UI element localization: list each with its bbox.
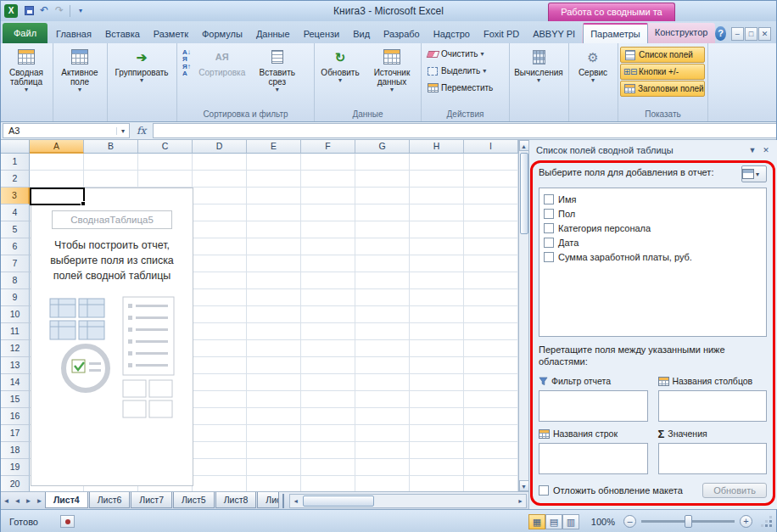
column-header-D[interactable]: D [193,140,247,154]
cell-D16[interactable] [193,408,247,425]
cell-D15[interactable] [193,391,247,408]
cell-H5[interactable] [410,221,464,238]
tab-Вставка[interactable]: Вставка [98,25,147,43]
row-header-4[interactable]: 4 [1,204,30,221]
refresh-button[interactable]: ↻ Обновить ▾ [316,46,364,86]
qat-customize-icon[interactable]: ▾ [73,3,88,19]
select-button[interactable]: Выделить ▾ [423,63,506,79]
cell-H11[interactable] [410,323,464,340]
cell-G4[interactable] [355,204,410,221]
column-header-F[interactable]: F [301,140,355,154]
row-header-20[interactable]: 20 [1,476,30,491]
save-icon[interactable] [21,3,36,19]
cell-F17[interactable] [301,425,355,442]
sheet-tab-Лист8[interactable]: Лист8 [215,492,257,508]
cell-E5[interactable] [247,221,301,238]
column-header-G[interactable]: G [355,140,410,154]
view-page-break-icon[interactable]: ▥ [562,514,579,529]
column-header-I[interactable]: I [464,140,518,154]
cell-F19[interactable] [301,459,355,476]
pivot-table-button[interactable]: Сводная таблица ▾ [3,46,50,95]
sheet-tab-Лист6[interactable]: Лист6 [89,492,131,508]
row-header-7[interactable]: 7 [1,255,30,272]
report-filter-dropzone[interactable] [539,390,648,422]
macro-record-icon[interactable] [60,515,75,528]
tab-Рецензи[interactable]: Рецензи [297,25,347,43]
cell-F15[interactable] [301,391,355,408]
defer-layout-checkbox[interactable] [539,485,549,496]
vertical-scroll-thumb[interactable] [520,153,528,234]
row-header-9[interactable]: 9 [1,289,30,306]
row-header-15[interactable]: 15 [1,391,30,408]
sort-descending-button[interactable]: Я↑А [179,64,194,77]
move-button[interactable]: Переместить [423,80,506,96]
values-dropzone[interactable] [658,443,768,474]
tab-parameters[interactable]: Параметры [583,23,648,43]
cell-I3[interactable] [464,188,518,204]
column-header-E[interactable]: E [247,140,301,154]
column-header-H[interactable]: H [410,140,464,154]
cell-I14[interactable] [464,374,518,391]
cell-H7[interactable] [410,255,464,272]
tools-button[interactable]: ⚙ Сервис ▾ [571,46,615,86]
sort-button[interactable]: АЯ Сортировка [196,46,249,79]
row-header-14[interactable]: 14 [1,374,30,391]
view-normal-icon[interactable]: ▦ [528,514,545,529]
horizontal-scrollbar[interactable]: ◄ ► [289,494,527,508]
cell-H8[interactable] [410,272,464,289]
row-header-3[interactable]: 3 [1,188,30,204]
cell-G14[interactable] [355,374,410,391]
resize-grip-icon[interactable] [761,514,774,529]
cell-D20[interactable] [193,476,247,491]
cell-G2[interactable] [355,171,410,188]
prev-sheet-icon[interactable]: ◄ [12,497,23,505]
field-item[interactable]: Пол [542,206,763,221]
sheet-tab-Лист4[interactable]: Лист4 [45,492,88,508]
plus-minus-toggle[interactable]: ⊞⊟ Кнопки +/- [620,64,705,80]
selected-cell-outline[interactable] [30,188,85,205]
cell-G12[interactable] [355,340,410,357]
cell-H6[interactable] [410,238,464,255]
cell-D18[interactable] [193,442,247,459]
scroll-up-icon[interactable]: ▲ [519,140,529,151]
cell-E19[interactable] [247,459,301,476]
field-checkbox[interactable] [544,194,554,204]
cell-F7[interactable] [301,255,355,272]
cell-H20[interactable] [410,476,464,491]
field-item[interactable]: Дата [542,235,763,249]
cell-E13[interactable] [247,357,301,374]
cell-A1[interactable] [30,154,84,171]
cell-G17[interactable] [355,425,410,442]
cell-D3[interactable] [193,188,247,204]
excel-logo-icon[interactable]: X [4,4,18,18]
cell-G15[interactable] [355,391,410,408]
cell-F18[interactable] [301,442,355,459]
cell-F6[interactable] [301,238,355,255]
cell-A2[interactable] [30,171,84,188]
cell-G10[interactable] [355,306,410,323]
calculations-button[interactable]: Вычисления ▾ [511,46,566,86]
cell-I2[interactable] [464,171,518,188]
cell-E20[interactable] [247,476,301,491]
column-header-B[interactable]: B [84,140,138,154]
cell-I7[interactable] [464,255,518,272]
view-page-layout-icon[interactable]: ▤ [545,514,562,529]
field-headers-toggle[interactable]: Заголовки полей [620,81,705,97]
scroll-down-icon[interactable]: ▼ [519,480,529,491]
cell-I16[interactable] [464,408,518,425]
cell-F10[interactable] [301,306,355,323]
cell-E1[interactable] [247,154,301,171]
cell-D11[interactable] [193,323,247,340]
cell-F5[interactable] [301,221,355,238]
cell-I13[interactable] [464,357,518,374]
cell-D17[interactable] [193,425,247,442]
cell-I11[interactable] [464,323,518,340]
cell-I6[interactable] [464,238,518,255]
zoom-slider[interactable] [641,520,735,523]
cell-F12[interactable] [301,340,355,357]
cell-E9[interactable] [247,289,301,306]
cell-G9[interactable] [355,289,410,306]
cell-D9[interactable] [193,289,247,306]
data-source-button[interactable]: Источник данных ▾ [366,46,418,95]
cell-E7[interactable] [247,255,301,272]
